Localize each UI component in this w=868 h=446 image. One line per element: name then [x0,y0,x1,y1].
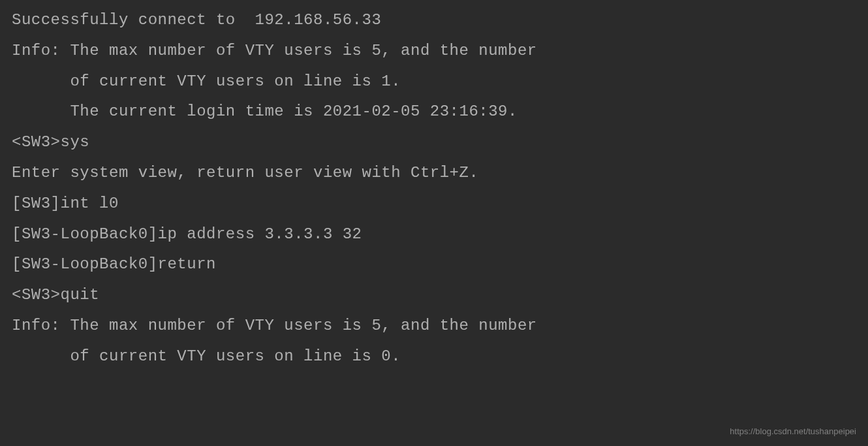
terminal-line: <SW3>quit [12,280,856,311]
terminal-line: of current VTY users on line is 1. [12,67,856,97]
terminal-line: [SW3]int l0 [12,189,856,219]
terminal-line: <SW3>sys [12,127,856,158]
terminal-output: Successfully connect to 192.168.56.33 In… [12,5,856,372]
terminal-line: [SW3-LoopBack0]return [12,249,856,280]
terminal-line: Successfully connect to 192.168.56.33 [12,5,856,36]
terminal-line: The current login time is 2021-02-05 23:… [12,97,856,127]
terminal-line: Enter system view, return user view with… [12,158,856,189]
terminal-line: Info: The max number of VTY users is 5, … [12,311,856,342]
terminal-line: Info: The max number of VTY users is 5, … [12,36,856,67]
watermark-text: https://blog.csdn.net/tushanpeipei [730,423,856,439]
terminal-line: of current VTY users on line is 0. [12,342,856,372]
terminal-line: [SW3-LoopBack0]ip address 3.3.3.3 32 [12,219,856,250]
